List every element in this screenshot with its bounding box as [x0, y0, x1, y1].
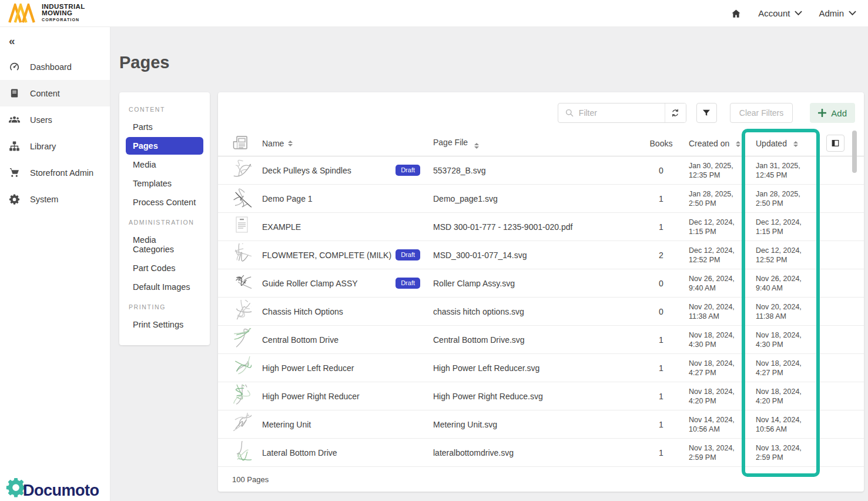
columns-icon	[831, 139, 840, 148]
table-toolbar: Clear Filters Add	[558, 103, 855, 123]
account-menu[interactable]: Account	[758, 8, 802, 18]
sidebar-item-label: Content	[30, 89, 60, 98]
page-thumbnail	[232, 441, 252, 465]
page-name: High Power Right Reducer	[262, 392, 360, 401]
subnav-item-templates[interactable]: Templates	[126, 175, 203, 192]
sidebar-item-system[interactable]: System	[0, 186, 110, 212]
column-header-name[interactable]: Name	[262, 139, 433, 148]
books-count: 1	[641, 222, 682, 232]
company-logo-mark	[7, 4, 36, 24]
table-row[interactable]: Guide Roller Clamp ASSY Draft Roller Cla…	[218, 269, 864, 298]
books-count: 0	[641, 166, 682, 175]
table-row[interactable]: Chassis Hitch Options chassis hitch opti…	[218, 298, 864, 326]
main-sidebar: « Dashboard Content Users Library Storef…	[0, 27, 110, 501]
sort-icon	[736, 141, 740, 147]
subnav-item-media[interactable]: Media	[126, 156, 203, 173]
updated-date: Nov 13, 2024, 2:59 PM	[743, 443, 820, 462]
sort-icon	[288, 141, 293, 146]
page-file: Central Bottom Drive.svg	[433, 335, 641, 345]
books-count: 1	[641, 335, 682, 345]
page-name: EXAMPLE	[262, 222, 301, 232]
books-count: 1	[641, 392, 682, 401]
page-name: Guide Roller Clamp ASSY	[262, 279, 358, 288]
cart-icon	[9, 167, 20, 178]
page-file: MSD 300-01-777 - 1235-9001-020.pdf	[433, 222, 641, 232]
chevron-down-icon	[795, 11, 802, 16]
table-row[interactable]: FLOWMETER, COMPLETE (MILK) Draft MSD_300…	[218, 241, 864, 269]
sidebar-item-content[interactable]: Content	[0, 80, 110, 106]
page-name: Demo Page 1	[262, 194, 313, 203]
add-button[interactable]: Add	[810, 103, 855, 123]
created-on-date: Dec 12, 2024, 1:15 PM	[682, 218, 743, 236]
table-row[interactable]: Demo Page 1 Demo_page1.svg 1 Jan 28, 202…	[218, 185, 864, 213]
subnav-item-default-images[interactable]: Default Images	[126, 278, 203, 296]
page-name: Chassis Hitch Options	[262, 307, 343, 316]
page-thumbnail	[232, 159, 252, 182]
subnav-item-pages[interactable]: Pages	[126, 137, 203, 155]
page-name: Lateral Bottom Drive	[262, 448, 337, 457]
draft-badge: Draft	[396, 278, 420, 289]
subnav-item-process-content[interactable]: Process Content	[126, 193, 203, 211]
page-thumbnail	[232, 356, 252, 380]
documoto-logo: Documoto	[5, 476, 99, 500]
page-file: High Power Left Reducer.svg	[433, 363, 641, 373]
table-row[interactable]: Metering Unit Metering Unit.svg 1 Nov 14…	[218, 410, 864, 439]
column-header-page-file[interactable]: Page File	[433, 138, 641, 149]
table-footer: 100 Pages	[218, 467, 864, 492]
books-count: 1	[641, 420, 682, 429]
admin-menu[interactable]: Admin	[819, 8, 856, 18]
subnav-section-printing: PRINTING	[126, 297, 203, 315]
updated-date: Nov 18, 2024, 4:20 PM	[743, 387, 820, 406]
column-header-created-on[interactable]: Created on	[682, 139, 743, 148]
books-count: 2	[641, 250, 682, 260]
sidebar-item-label: Storefront Admin	[30, 168, 93, 178]
created-on-date: Nov 14, 2024, 10:56 AM	[682, 415, 743, 434]
created-on-date: Dec 12, 2024, 12:52 PM	[682, 246, 743, 265]
plus-icon	[818, 109, 826, 117]
sidebar-collapse-button[interactable]: «	[0, 27, 24, 54]
subnav-section-content: CONTENT	[126, 99, 203, 117]
updated-date: Jan 28, 2025, 2:50 PM	[743, 189, 820, 208]
created-on-date: Jan 30, 2025, 12:35 PM	[682, 161, 743, 180]
filter-input[interactable]	[578, 108, 665, 118]
search-icon	[565, 108, 574, 118]
subnav-item-print-settings[interactable]: Print Settings	[126, 316, 203, 333]
table-row[interactable]: Deck Pulleys & Spindles Draft 553728_B.s…	[218, 156, 864, 185]
created-on-date: Jan 28, 2025, 2:50 PM	[682, 189, 743, 208]
table-row[interactable]: EXAMPLE MSD 300-01-777 - 1235-9001-020.p…	[218, 213, 864, 241]
sidebar-item-library[interactable]: Library	[0, 133, 110, 159]
admin-menu-label: Admin	[819, 8, 844, 18]
refresh-button[interactable]	[665, 103, 686, 122]
pages-table: Name Page File Books Created on Updated	[218, 131, 864, 492]
column-header-updated[interactable]: Updated	[743, 139, 820, 148]
sidebar-item-users[interactable]: Users	[0, 106, 110, 133]
subnav-item-media-categories[interactable]: Media Categories	[126, 231, 203, 258]
table-body: Deck Pulleys & Spindles Draft 553728_B.s…	[218, 156, 864, 467]
add-button-label: Add	[831, 108, 847, 118]
table-row[interactable]: Lateral Bottom Drive lateralbottomdrive.…	[218, 439, 864, 467]
sidebar-item-label: Users	[30, 115, 52, 125]
vertical-scrollbar-thumb[interactable]	[852, 131, 857, 173]
column-header-books[interactable]: Books	[641, 139, 682, 148]
subnav-item-part-codes[interactable]: Part Codes	[126, 259, 203, 277]
column-settings-button[interactable]	[826, 135, 844, 152]
table-row[interactable]: High Power Right Reducer High Power Righ…	[218, 382, 864, 410]
page-file: lateralbottomdrive.svg	[433, 448, 641, 457]
table-row[interactable]: High Power Left Reducer High Power Left …	[218, 354, 864, 382]
page-file: High Power Right Reduce.svg	[433, 392, 641, 401]
row-count: 100 Pages	[232, 475, 269, 484]
updated-date: Nov 20, 2024, 11:38 AM	[743, 302, 820, 321]
home-icon[interactable]	[730, 8, 742, 19]
chevron-down-icon	[849, 11, 856, 16]
sidebar-item-dashboard[interactable]: Dashboard	[0, 54, 110, 80]
sidebar-item-storefront-admin[interactable]: Storefront Admin	[0, 159, 110, 186]
created-on-date: Nov 18, 2024, 4:30 PM	[682, 330, 743, 349]
clear-filters-button[interactable]: Clear Filters	[730, 103, 793, 123]
sidebar-item-label: System	[30, 195, 58, 204]
company-name: INDUSTRIAL MOWING CORPORATION	[42, 4, 85, 23]
page-thumbnail	[232, 243, 252, 267]
filter-funnel-button[interactable]	[696, 103, 717, 123]
updated-date: Nov 26, 2024, 9:40 AM	[743, 274, 820, 293]
subnav-item-parts[interactable]: Parts	[126, 118, 203, 136]
table-row[interactable]: Central Bottom Drive Central Bottom Driv…	[218, 326, 864, 354]
